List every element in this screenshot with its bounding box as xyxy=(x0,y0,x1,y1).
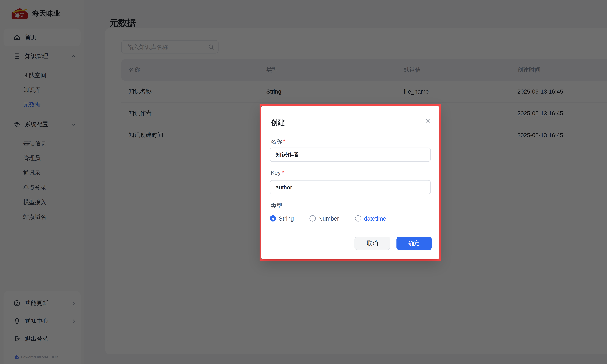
key-field[interactable] xyxy=(270,180,431,194)
type-field-label: 类型 xyxy=(271,202,282,210)
cancel-button[interactable]: 取消 xyxy=(355,237,390,250)
radio-string-label[interactable]: String xyxy=(279,215,294,222)
key-field-label: Key* xyxy=(271,169,284,176)
required-asterisk: * xyxy=(283,138,286,145)
confirm-button[interactable]: 确定 xyxy=(396,237,432,250)
radio-string[interactable] xyxy=(270,215,276,221)
type-radio-group: String Number datetime xyxy=(270,215,386,222)
radio-number-label[interactable]: Number xyxy=(318,215,339,222)
name-field[interactable] xyxy=(270,148,431,162)
radio-number[interactable] xyxy=(309,215,316,221)
field-label-text: Key xyxy=(271,169,281,176)
app-root: 海天 海天味业 首页 知识管理 团队空 xyxy=(0,0,607,364)
field-label-text: 名称 xyxy=(271,138,282,145)
modal-title: 创建 xyxy=(271,118,285,127)
field-label-text: 类型 xyxy=(271,202,282,209)
required-asterisk: * xyxy=(281,169,284,176)
close-icon[interactable]: ✕ xyxy=(425,117,431,124)
highlight-annotation-box: 创建 ✕ 名称* Key* 类型 String Number datetime xyxy=(260,104,441,261)
radio-datetime-label[interactable]: datetime xyxy=(364,215,386,222)
create-modal: 创建 ✕ 名称* Key* 类型 String Number datetime xyxy=(261,106,439,260)
modal-footer: 取消 确定 xyxy=(355,237,432,250)
radio-datetime[interactable] xyxy=(355,215,361,221)
name-field-label: 名称* xyxy=(271,138,285,146)
